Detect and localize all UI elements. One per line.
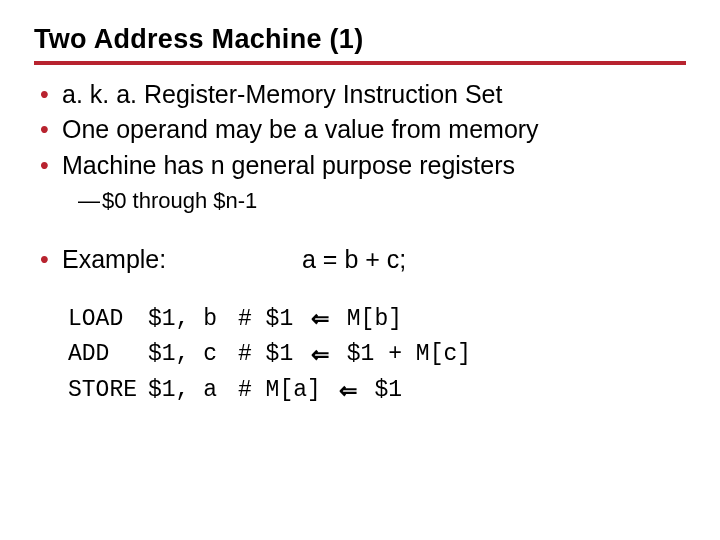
slide-title: Two Address Machine (1)	[34, 24, 686, 65]
bullet-text: Machine has n general purpose registers	[62, 151, 515, 179]
bullet-list: a. k. a. Register-Memory Instruction Set…	[34, 79, 686, 214]
comment-pre: # $1	[238, 302, 307, 338]
code-row: ADD $1, c # $1 ⇐ $1 + M[c]	[68, 337, 686, 373]
code-args: $1, c	[148, 337, 238, 373]
code-args: $1, b	[148, 302, 238, 338]
code-row: LOAD $1, b # $1 ⇐ M[b]	[68, 302, 686, 338]
comment-pre: # M[a]	[238, 373, 335, 409]
code-op: LOAD	[68, 302, 148, 338]
comment-post: M[b]	[333, 302, 402, 338]
example-label: Example:	[62, 244, 302, 275]
comment-post: $1 + M[c]	[333, 337, 471, 373]
comment-post: $1	[361, 373, 402, 409]
code-comment: # $1 ⇐ M[b]	[238, 302, 402, 338]
left-arrow-icon: ⇐	[307, 338, 333, 372]
comment-pre: # $1	[238, 337, 307, 373]
code-block: LOAD $1, b # $1 ⇐ M[b] ADD $1, c # $1 ⇐ …	[68, 302, 686, 409]
bullet-item: a. k. a. Register-Memory Instruction Set	[40, 79, 686, 110]
sub-bullet: $0 through $n-1	[84, 187, 686, 215]
code-args: $1, a	[148, 373, 238, 409]
bullet-item: Machine has n general purpose registers …	[40, 150, 686, 215]
bullet-list: Example: a = b + c;	[34, 244, 686, 275]
bullet-item: One operand may be a value from memory	[40, 114, 686, 145]
code-comment: # $1 ⇐ $1 + M[c]	[238, 337, 471, 373]
code-op: ADD	[68, 337, 148, 373]
slide: Two Address Machine (1) a. k. a. Registe…	[0, 0, 720, 428]
code-comment: # M[a] ⇐ $1	[238, 373, 402, 409]
code-op: STORE	[68, 373, 148, 409]
left-arrow-icon: ⇐	[335, 374, 361, 408]
left-arrow-icon: ⇐	[307, 302, 333, 336]
bullet-item-example: Example: a = b + c;	[40, 244, 686, 275]
code-row: STORE $1, a # M[a] ⇐ $1	[68, 373, 686, 409]
example-expression: a = b + c;	[302, 244, 406, 275]
